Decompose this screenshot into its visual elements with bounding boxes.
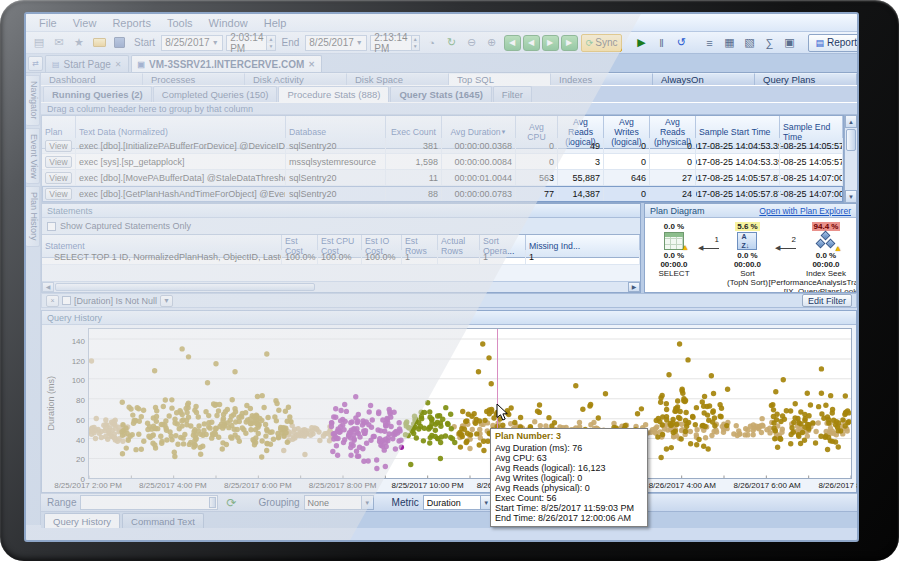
view-plan-button[interactable]: View <box>45 172 72 184</box>
side-tab-plan-history[interactable]: Plan History <box>26 186 40 247</box>
menu-reports[interactable]: Reports <box>105 16 158 30</box>
view-plan-button[interactable]: View <box>45 140 72 152</box>
scroll-right-icon[interactable]: ▶ <box>628 282 640 292</box>
pause-icon[interactable]: ‖ <box>652 34 670 51</box>
tab-processes[interactable]: Processes <box>143 73 245 85</box>
new-icon[interactable]: ★ <box>70 34 88 51</box>
tab-query-plans[interactable]: Query Plans <box>755 73 857 85</box>
scroll-thumb[interactable] <box>846 129 856 151</box>
refresh-icon[interactable]: ↻ <box>443 34 461 51</box>
tab-disk-space[interactable]: Disk Space <box>347 73 449 85</box>
close-tab-icon[interactable]: ✕ <box>115 60 122 69</box>
side-tab-navigator[interactable]: Navigator <box>26 75 40 126</box>
view-plan-button[interactable]: View <box>45 156 72 168</box>
cell-reads: 49 <box>558 138 604 154</box>
end-date-picker[interactable]: 8/25/2017▼ <box>305 35 367 51</box>
tab-alwayson[interactable]: AlwaysOn <box>653 73 755 85</box>
cell-start: 2017-08-25 14:05:57.873 <box>696 186 780 202</box>
metric-select[interactable]: Duration▼ <box>423 495 493 510</box>
remove-filter-icon[interactable]: × <box>46 295 59 307</box>
grid-vertical-scrollbar[interactable]: ▲ ▼ <box>844 115 857 203</box>
mail-icon[interactable]: ✉ <box>50 34 68 51</box>
dropdown-arrow-icon[interactable]: ▼ <box>210 39 221 46</box>
calendar-icon[interactable]: ▧ <box>740 34 758 51</box>
end-time-picker[interactable]: 2:13:14 PM ▲▼ <box>370 35 419 51</box>
time-spinner[interactable]: ▲▼ <box>411 36 419 50</box>
bottom-tab-query-history[interactable]: Query History <box>44 513 120 528</box>
clock-icon[interactable]: ◔ <box>423 34 441 51</box>
table-row[interactable]: Viewexec [dbo].[InitializePABufferForDev… <box>42 138 843 154</box>
subtab-query-stats-1645[interactable]: Query Stats (1645) <box>390 86 491 102</box>
side-tab-strip: NavigatorEvent ViewPlan History <box>26 73 41 525</box>
y-tick-label: 40 <box>76 435 85 444</box>
dropdown-arrow-icon[interactable]: ▼ <box>354 39 365 46</box>
menu-tools[interactable]: Tools <box>160 16 200 30</box>
doc-tab-vm-3ssrv21-intercerve-com[interactable]: ▣VM-3SSRV21.INTERCERVE.COM✕ <box>131 55 323 72</box>
nav-back-icon[interactable]: ◀ <box>504 35 521 51</box>
show-captured-checkbox[interactable] <box>47 222 56 231</box>
scroll-down-icon[interactable]: ▼ <box>845 190 857 203</box>
doc-tab-start-page[interactable]: ▤Start Page✕ <box>45 55 129 72</box>
play-icon[interactable]: ▶ <box>632 34 650 51</box>
sum-icon[interactable]: ∑ <box>760 34 778 51</box>
edit-filter-button[interactable]: Edit Filter <box>802 294 852 307</box>
open-plan-explorer-link[interactable]: Open with Plan Explorer <box>759 206 851 216</box>
table-row[interactable]: Viewexec [sys].[sp_getapplock]mssqlsyste… <box>42 154 843 170</box>
start-time-picker[interactable]: 2:03:14 PM ▲▼ <box>226 35 275 51</box>
range-input[interactable] <box>80 495 218 510</box>
subtab-procedure-stats-888[interactable]: Procedure Stats (888) <box>278 86 389 102</box>
plan-node-index-seek[interactable]: 94.4 %▲0.0 %00:00.0Index Seek[Performanc… <box>796 222 856 292</box>
layers-icon[interactable]: ▣ <box>780 34 798 51</box>
node-subtree-cost: 0.0 % <box>664 251 684 260</box>
print-icon[interactable]: ▤ <box>30 34 48 51</box>
plan-node-select[interactable]: 0.0 %▲0.0 %00:00.0SELECT <box>649 222 699 278</box>
cell-exec: 88 <box>386 186 442 202</box>
grouping-select[interactable]: None▼ <box>304 495 374 510</box>
scroll-thumb[interactable] <box>55 283 315 291</box>
table-row[interactable]: Viewexec [dbo].[GetPlanHashAndTimeForObj… <box>42 186 843 202</box>
scroll-left-icon[interactable]: ◀ <box>42 282 54 292</box>
side-tab-event-view[interactable]: Event View <box>26 128 40 185</box>
plan-node-sort[interactable]: 5.6 %0.0 %00:00.0Sort(TopN Sort) <box>719 222 776 287</box>
sync-button[interactable]: ⟳ Sync <box>581 34 623 52</box>
close-tab-icon[interactable]: ✕ <box>308 60 315 69</box>
trace-icon[interactable]: ≡ <box>700 34 718 51</box>
zoom-out-icon[interactable]: ⊖ <box>463 34 481 51</box>
statements-hscrollbar[interactable]: ◀ ▶ <box>42 281 640 292</box>
sort-operator-icon <box>737 232 757 250</box>
open-folder-icon[interactable] <box>90 34 108 51</box>
menu-file[interactable]: File <box>32 16 64 30</box>
time-spinner[interactable]: ▲▼ <box>266 36 274 50</box>
table-row[interactable]: Viewexec [dbo].[MovePABufferData] @Stale… <box>42 170 843 186</box>
dropdown-arrow-icon[interactable]: ▼ <box>361 496 373 509</box>
view-plan-button[interactable]: View <box>45 188 72 200</box>
tab-dashboard[interactable]: Dashboard <box>41 73 143 85</box>
range-slider-thumb[interactable] <box>209 497 216 508</box>
subtab-running-queries-2[interactable]: Running Queries (2) <box>43 86 152 102</box>
bottom-tab-command-text[interactable]: Command Text <box>122 513 204 528</box>
scroll-up-icon[interactable]: ▲ <box>845 115 857 128</box>
filter-checkbox[interactable] <box>62 296 71 305</box>
refresh-range-icon[interactable]: ⟳ <box>222 494 240 511</box>
report-button[interactable]: ▤ Report <box>808 34 859 52</box>
filter-dropdown-icon[interactable]: ▼ <box>160 295 173 307</box>
nav-next-icon[interactable]: ▶ <box>542 35 559 51</box>
tab-disk-activity[interactable]: Disk Activity <box>245 73 347 85</box>
menu-window[interactable]: Window <box>202 16 255 30</box>
zoom-in-icon[interactable]: ⊕ <box>483 34 501 51</box>
tab-top-sql[interactable]: Top SQL <box>449 73 551 85</box>
subtab-completed-queries-150[interactable]: Completed Queries (150) <box>153 86 278 102</box>
nav-forward-icon[interactable]: ▶ <box>561 35 578 51</box>
save-icon[interactable] <box>110 34 128 51</box>
grid-icon[interactable]: ▦ <box>720 34 738 51</box>
start-date-picker[interactable]: 8/25/2017▼ <box>161 35 223 51</box>
menu-help[interactable]: Help <box>257 16 294 30</box>
undo-icon[interactable]: ↺ <box>672 34 690 51</box>
menu-view[interactable]: View <box>66 16 104 30</box>
nav-prev-icon[interactable]: ◀ <box>523 35 540 51</box>
dock-toggle-icon[interactable]: ⇄ <box>28 56 43 71</box>
scatter-plot[interactable] <box>88 328 852 479</box>
tab-indexes[interactable]: Indexes <box>551 73 653 85</box>
statement-row[interactable]: SELECT TOP 1 ID, NormalizedPlanHash, Obj… <box>42 250 640 265</box>
subtab-filter[interactable]: Filter <box>493 86 532 102</box>
